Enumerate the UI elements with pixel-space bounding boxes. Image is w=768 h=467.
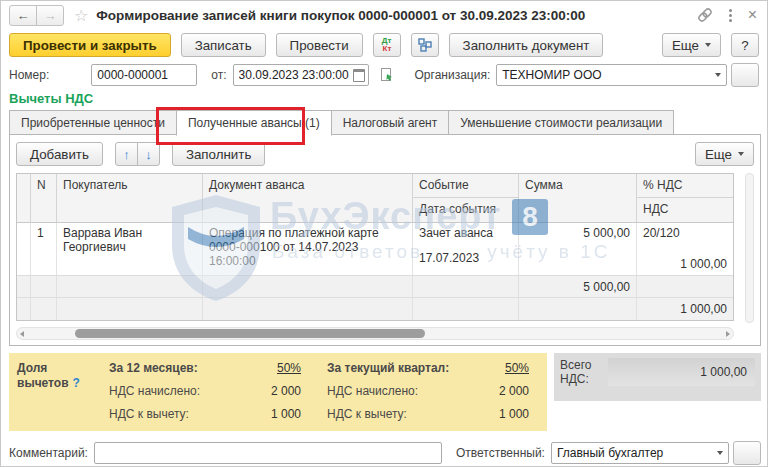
table-toolbar: Добавить ↑ ↓ Заполнить Еще [16, 141, 754, 167]
deduction-share-label: Доля вычетов? [17, 357, 109, 431]
organization-dropdown[interactable] [710, 65, 726, 85]
tab-acquired-values[interactable]: Приобретенные ценности [9, 110, 177, 136]
col-buyer: Покупатель [57, 174, 203, 222]
responsible-dropdown[interactable] [712, 443, 728, 463]
document-structure-button[interactable] [411, 33, 439, 57]
number-field[interactable] [91, 64, 197, 86]
accrued-label: НДС начислено: [327, 384, 418, 398]
footer: Комментарий: Ответственный: [9, 441, 761, 465]
number-label: Номер: [9, 68, 49, 82]
favorite-star-icon[interactable]: ☆ [74, 6, 88, 25]
nav-buttons: ← → [9, 5, 64, 26]
back-button[interactable]: ← [9, 5, 37, 26]
horizontal-scrollbar[interactable] [16, 327, 734, 340]
col-event-date: Дата события [413, 198, 519, 222]
save-button[interactable]: Записать [181, 33, 266, 57]
scroll-left-icon[interactable] [20, 331, 24, 337]
responsible-field[interactable] [551, 442, 729, 464]
forward-button[interactable]: → [36, 5, 64, 26]
add-row-button[interactable]: Добавить [16, 142, 103, 166]
cell-event-date: 17.07.2023 [419, 251, 512, 265]
cell-buyer: Варрава Иван Георгиевич [57, 223, 203, 275]
col-vat-rate: % НДС [637, 174, 733, 198]
organization-open-button[interactable] [731, 63, 759, 87]
deduction-12-months: За 12 месяцев:50% НДС начислено:2 000 НД… [109, 357, 327, 431]
date-field[interactable] [233, 64, 369, 86]
total-vat-value: 1 000,00 [608, 358, 755, 386]
chevron-down-icon [705, 43, 711, 47]
total-vat-box: Всего НДС: 1 000,00 [554, 353, 761, 401]
chevron-down-icon [738, 152, 744, 156]
link-icon[interactable] [697, 7, 713, 23]
total-sum: 5 000,00 [519, 276, 637, 298]
table-totals: 5 000,00 1 000,00 [17, 276, 733, 320]
cell-sum: 5 000,00 [519, 223, 637, 275]
responsible-open-button[interactable] [733, 441, 761, 465]
col-advance-doc: Документ аванса [203, 174, 413, 222]
organization-field[interactable] [496, 64, 727, 86]
arrow-right-icon: → [44, 8, 57, 23]
post-and-close-button[interactable]: Провести и закрыть [9, 33, 171, 57]
document-window: ← → ☆ Формирование записей книги покупок… [0, 0, 768, 467]
col-sum: Сумма [519, 174, 637, 222]
tab-strip: Приобретенные ценности Полученные авансы… [9, 110, 761, 135]
more-menu-icon[interactable] [727, 7, 734, 24]
post-button[interactable]: Провести [276, 33, 363, 57]
tab-tax-agent[interactable]: Налоговый агент [331, 110, 450, 136]
organization-label: Организация: [415, 68, 491, 82]
tab-content-panel: Добавить ↑ ↓ Заполнить Еще N Покупатель … [9, 134, 761, 346]
section-title: Вычеты НДС [9, 91, 93, 106]
header-fields: Номер: от: Организация: [1, 62, 767, 88]
total-vat-label: Всего НДС: [560, 358, 602, 386]
col-vat: НДС [637, 198, 733, 222]
col-event: Событие [413, 174, 519, 198]
comment-field[interactable] [94, 442, 442, 464]
vertical-scrollbar[interactable] [745, 173, 754, 323]
scroll-right-icon[interactable] [726, 331, 730, 337]
help-button[interactable]: ? [731, 33, 759, 57]
date-label: от: [211, 68, 226, 82]
document-refresh-icon[interactable] [379, 67, 395, 83]
cell-advance-doc: Операция по платежной карте 0000-000100 … [203, 223, 413, 275]
total-vat: 1 000,00 [637, 298, 733, 320]
tab-cost-reduction[interactable]: Уменьшение стоимости реализации [448, 110, 674, 136]
advances-table: N Покупатель Документ аванса Событие Дат… [16, 173, 734, 321]
table-header: N Покупатель Документ аванса Событие Дат… [17, 174, 733, 223]
arrow-down-icon: ↓ [145, 147, 152, 162]
accrued-value: 2 000 [271, 384, 301, 398]
percent-link[interactable]: 50% [277, 361, 301, 375]
fill-document-button[interactable]: Заполнить документ [449, 33, 604, 57]
fill-button[interactable]: Заполнить [172, 142, 265, 166]
title-bar: ← → ☆ Формирование записей книги покупок… [1, 1, 767, 29]
comment-label: Комментарий: [9, 446, 88, 460]
deducted-label: НДС к вычету: [109, 407, 189, 421]
cell-event: Зачет аванса 17.07.2023 [413, 223, 519, 275]
close-icon[interactable]: × [748, 7, 757, 23]
move-up-button[interactable]: ↑ [115, 142, 138, 166]
help-question-icon[interactable]: ? [73, 376, 80, 390]
cell-n: 1 [31, 223, 57, 275]
toolbar-more-button[interactable]: Еще [662, 33, 721, 57]
deduction-current-quarter: За текущий квартал:50% НДС начислено:2 0… [327, 357, 555, 431]
move-down-button[interactable]: ↓ [137, 142, 160, 166]
deducted-value: 1 000 [271, 407, 301, 421]
table-more-button[interactable]: Еще [695, 142, 754, 166]
table-row[interactable]: 1 Варрава Иван Георгиевич Операция по пл… [17, 223, 733, 276]
chevron-down-icon [717, 451, 723, 455]
responsible-label: Ответственный: [456, 446, 545, 460]
percent-link[interactable]: 50% [505, 361, 529, 375]
arrow-left-icon: ← [17, 8, 30, 23]
window-title: Формирование записей книги покупок 0000-… [96, 8, 585, 23]
tab-received-advances[interactable]: Полученные авансы (1) [176, 110, 332, 136]
deducted-label: НДС к вычету: [327, 407, 407, 421]
arrow-up-icon: ↑ [123, 147, 130, 162]
period-label: За 12 месяцев: [109, 361, 198, 375]
show-postings-button[interactable]: ДтКт [373, 33, 401, 57]
chevron-down-icon [715, 73, 721, 77]
dtkt-icon: ДтКт [382, 37, 392, 53]
calendar-icon[interactable] [351, 66, 367, 84]
scrollbar-thumb[interactable] [75, 329, 425, 338]
deduction-share-panel: Доля вычетов? За 12 месяцев:50% НДС начи… [9, 353, 547, 431]
period-label: За текущий квартал: [327, 361, 449, 375]
col-n: N [31, 174, 57, 222]
